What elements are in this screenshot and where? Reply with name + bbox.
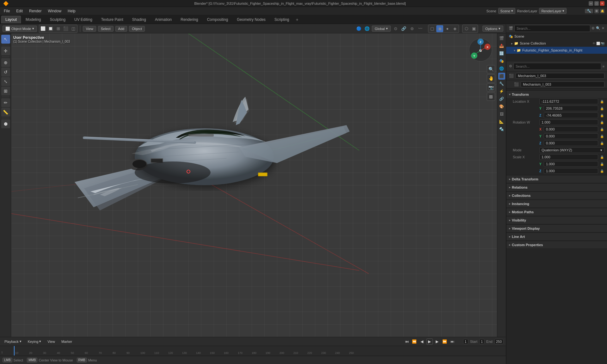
data-properties-icon[interactable]: 🖼 [498, 111, 505, 118]
jump-start-button[interactable]: ⏮ [404, 338, 410, 345]
scale-tool-button[interactable]: ⤡ [1, 77, 10, 86]
tab-scripting[interactable]: Scripting [270, 16, 293, 23]
navigation-gizmo[interactable]: X Y Z [468, 37, 493, 63]
camera-button[interactable]: 📷 [487, 83, 495, 92]
global-dropdown[interactable]: Global ▾ [372, 26, 391, 32]
step-forward-button[interactable]: ▶ [434, 338, 440, 345]
add-tool-button[interactable]: ⬢ [1, 119, 10, 128]
scale-z-lock[interactable]: 🔒 [599, 168, 604, 173]
shading-wire[interactable]: ▢ [429, 25, 436, 32]
custom-properties-header[interactable]: ▸ Custom Properties [506, 241, 607, 248]
pivot-icon[interactable]: ⊙ [392, 25, 399, 32]
tab-sculpting[interactable]: Sculpting [46, 16, 70, 23]
end-frame-value[interactable]: 250 [494, 339, 503, 344]
cursor-tool-button[interactable]: ✛ [1, 46, 10, 55]
rotation-x-lock[interactable]: 🔒 [599, 127, 604, 132]
tab-rendering[interactable]: Rendering [176, 16, 202, 23]
shading-solid[interactable]: ◉ [436, 25, 443, 32]
scale-z-value[interactable]: 1.000 [544, 168, 598, 174]
add-menu[interactable]: Add [115, 26, 127, 32]
scale-y-lock[interactable]: 🔒 [599, 161, 604, 167]
marker-menu[interactable]: Marker [59, 339, 74, 344]
shading-render[interactable]: ◈ [451, 25, 458, 32]
view-menu-timeline[interactable]: View [46, 339, 57, 344]
rotation-y-value[interactable]: 0.000 [544, 133, 598, 139]
relations-header[interactable]: ▸ Relations [506, 183, 607, 191]
modifier-properties-icon[interactable]: 🔧 [498, 80, 505, 87]
props-options-icon[interactable]: ≡ [603, 64, 604, 68]
rotation-y-lock[interactable]: 🔒 [599, 134, 604, 139]
motion-paths-header[interactable]: ▸ Motion Paths [506, 208, 607, 215]
scale-y-value[interactable]: 1.000 [544, 161, 598, 167]
delta-transform-header[interactable]: ▸ Delta Transform [506, 175, 607, 183]
rotation-z-lock[interactable]: 🔒 [599, 141, 604, 146]
scene-dropdown[interactable]: Scene ▾ [498, 8, 515, 14]
outliner-search[interactable] [514, 25, 590, 32]
location-x-value[interactable]: -111.62772 [539, 99, 598, 104]
transform-section-header[interactable]: ▾ Transform [506, 90, 607, 98]
header-icon-5[interactable]: ◫ [70, 25, 77, 32]
rotation-w-value[interactable]: 1.000 [539, 119, 598, 125]
maximize-button[interactable]: □ [594, 1, 599, 6]
zoom-out-button[interactable]: 🤚 [487, 74, 495, 82]
zoom-in-button[interactable]: 🔍 [487, 65, 495, 73]
prev-keyframe-button[interactable]: ⏪ [411, 338, 418, 345]
header-icon-1[interactable]: ⬜ [40, 25, 46, 32]
tab-shading[interactable]: Shading [128, 16, 150, 23]
tab-uv-editing[interactable]: UV Editing [70, 16, 96, 23]
location-z-value[interactable]: -74.46065 [544, 112, 598, 118]
menu-file[interactable]: File [1, 8, 12, 14]
outliner-row-collection[interactable]: ▸ 📁 Scene Collection 👁 ⬜ 📷 [506, 40, 607, 47]
transform-tool-button[interactable]: ⊞ [1, 87, 10, 95]
location-x-lock[interactable]: 🔒 [599, 99, 604, 104]
outliner-close-icon[interactable]: ✕ [602, 26, 604, 30]
output-properties-icon[interactable]: 📤 [498, 42, 505, 49]
view-layer-properties-icon[interactable]: 🔢 [498, 50, 505, 57]
keying-menu[interactable]: Keying ▾ [26, 339, 43, 344]
shading-mat[interactable]: ● [444, 25, 451, 32]
object-constraints-icon[interactable]: 🔩 [498, 126, 505, 133]
current-frame-value[interactable]: 1 [463, 339, 468, 344]
render-properties-icon[interactable]: 🎬 [498, 35, 505, 42]
header-icon-2[interactable]: 🔲 [47, 25, 54, 32]
rotation-z-value[interactable]: 0.000 [544, 140, 598, 146]
move-tool-button[interactable]: ⊕ [1, 58, 10, 67]
viewport-shading-solid[interactable]: 🔵 [355, 25, 362, 32]
particles-properties-icon[interactable]: ⚡ [498, 88, 505, 95]
rotation-x-value[interactable]: 0.000 [544, 126, 598, 132]
instancing-header[interactable]: ▸ Instancing [506, 200, 607, 207]
snap-icon[interactable]: 🔗 [400, 25, 407, 32]
header-icon-4[interactable]: ⬛ [62, 25, 69, 32]
menu-window[interactable]: Window [45, 8, 64, 14]
bone-constraints-icon[interactable]: 📐 [498, 118, 505, 125]
menu-help[interactable]: Help [65, 8, 78, 14]
line-art-header[interactable]: ▸ Line Art [506, 233, 607, 240]
options-dropdown[interactable]: Options ▾ [482, 26, 503, 32]
properties-search[interactable] [513, 63, 601, 70]
physics-properties-icon[interactable]: 🔗 [498, 95, 505, 102]
play-button[interactable]: ▶ [426, 338, 433, 345]
object-menu[interactable]: Object [129, 26, 145, 32]
scene-properties-icon[interactable]: 🎭 [498, 58, 505, 64]
tab-geometry-nodes[interactable]: Geometry Nodes [233, 16, 270, 23]
collections-header[interactable]: ▸ Collections [506, 191, 607, 199]
outliner-row-spaceship[interactable]: ▾ 📁 Futuristic_Fighter_Spaceship_in_Flig… [506, 47, 607, 54]
tab-animation[interactable]: Animation [151, 16, 176, 23]
tab-modeling[interactable]: Modeling [21, 16, 45, 23]
grid-button[interactable]: ⊞ [487, 93, 495, 101]
location-y-value[interactable]: 206.73528 [544, 106, 598, 111]
header-icon-3[interactable]: ⊞ [55, 25, 62, 32]
mode-dropdown[interactable]: ⬜ Object Mode ▾ [3, 26, 37, 32]
object-data-name-field[interactable] [521, 82, 604, 87]
object-properties-icon[interactable]: ⬛ [498, 73, 505, 80]
tab-compositing[interactable]: Compositing [203, 16, 232, 23]
viewport-transform-global[interactable]: 🌐 [364, 25, 371, 32]
object-name-field[interactable] [516, 73, 604, 79]
world-properties-icon[interactable]: 🌐 [498, 65, 505, 72]
select-menu[interactable]: Select [98, 26, 113, 32]
falloff-icon[interactable]: 〰 [417, 25, 424, 32]
timeline-playhead[interactable] [14, 346, 15, 355]
viewport[interactable]: User Perspective (1) Scene Collection | … [11, 33, 497, 337]
scale-x-lock[interactable]: 🔒 [599, 155, 604, 160]
view-menu[interactable]: View [83, 26, 96, 32]
